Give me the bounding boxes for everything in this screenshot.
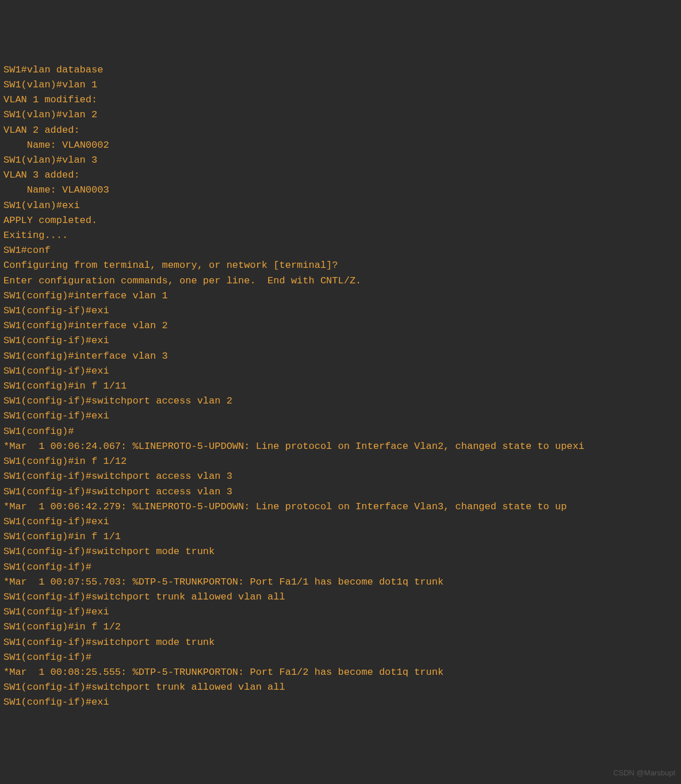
terminal-line: VLAN 3 added: bbox=[3, 168, 678, 183]
terminal-line: SW1(config-if)#switchport trunk allowed … bbox=[3, 680, 678, 695]
terminal-line: SW1(config-if)#switchport mode trunk bbox=[3, 635, 678, 650]
terminal-line: SW1(config-if)# bbox=[3, 560, 678, 575]
terminal-line: SW1#vlan database bbox=[3, 63, 678, 78]
terminal-line: *Mar 1 00:08:25.555: %DTP-5-TRUNKPORTON:… bbox=[3, 665, 678, 680]
terminal-line: Configuring from terminal, memory, or ne… bbox=[3, 258, 678, 273]
watermark-text: CSDN @Marsbupt bbox=[613, 766, 675, 781]
terminal-line: SW1(config)#in f 1/1 bbox=[3, 529, 678, 544]
terminal-line: SW1(config-if)#switchport mode trunk bbox=[3, 544, 678, 559]
terminal-line: SW1(config)#in f 1/11 bbox=[3, 379, 678, 394]
terminal-line: SW1(config-if)#exi bbox=[3, 605, 678, 620]
terminal-line: SW1(config)#interface vlan 3 bbox=[3, 349, 678, 364]
terminal-line: SW1(config)#interface vlan 1 bbox=[3, 289, 678, 303]
terminal-line: Name: VLAN0003 bbox=[3, 183, 678, 198]
terminal-line: APPLY completed. bbox=[3, 213, 678, 228]
terminal-line: SW1(config)#in f 1/2 bbox=[3, 620, 678, 635]
terminal-line: SW1(config-if)#exi bbox=[3, 333, 678, 348]
terminal-line: SW1(vlan)#vlan 2 bbox=[3, 107, 678, 122]
terminal-line: SW1(config-if)#switchport access vlan 3 bbox=[3, 485, 678, 499]
terminal-line: SW1(vlan)#vlan 1 bbox=[3, 78, 678, 93]
terminal-line: SW1(config-if)#switchport access vlan 3 bbox=[3, 469, 678, 484]
terminal-line: SW1(config-if)#switchport trunk allowed … bbox=[3, 590, 678, 605]
terminal-line: SW1(config-if)#exi bbox=[3, 695, 678, 710]
terminal-line: Exiting.... bbox=[3, 228, 678, 243]
terminal-line: *Mar 1 00:06:24.067: %LINEPROTO-5-UPDOWN… bbox=[3, 439, 678, 454]
terminal-line: SW1#conf bbox=[3, 243, 678, 258]
terminal-output: SW1#vlan databaseSW1(vlan)#vlan 1VLAN 1 … bbox=[3, 63, 678, 710]
terminal-line: SW1(config-if)#exi bbox=[3, 514, 678, 529]
terminal-line: SW1(config-if)#exi bbox=[3, 303, 678, 318]
terminal-line: VLAN 2 added: bbox=[3, 123, 678, 138]
terminal-line: SW1(config-if)#exi bbox=[3, 364, 678, 379]
terminal-line: SW1(config-if)# bbox=[3, 650, 678, 665]
terminal-line: Enter configuration commands, one per li… bbox=[3, 274, 678, 289]
terminal-line: *Mar 1 00:06:42.279: %LINEPROTO-5-UPDOWN… bbox=[3, 499, 678, 514]
terminal-line: SW1(config)# bbox=[3, 424, 678, 439]
terminal-line: SW1(config-if)#exi bbox=[3, 409, 678, 424]
terminal-line: SW1(vlan)#exi bbox=[3, 198, 678, 213]
terminal-line: SW1(config)#in f 1/12 bbox=[3, 454, 678, 469]
terminal-line: SW1(vlan)#vlan 3 bbox=[3, 153, 678, 168]
terminal-line: Name: VLAN0002 bbox=[3, 138, 678, 153]
terminal-line: *Mar 1 00:07:55.703: %DTP-5-TRUNKPORTON:… bbox=[3, 575, 678, 590]
terminal-line: VLAN 1 modified: bbox=[3, 93, 678, 107]
terminal-line: SW1(config)#interface vlan 2 bbox=[3, 318, 678, 333]
terminal-line: SW1(config-if)#switchport access vlan 2 bbox=[3, 394, 678, 409]
